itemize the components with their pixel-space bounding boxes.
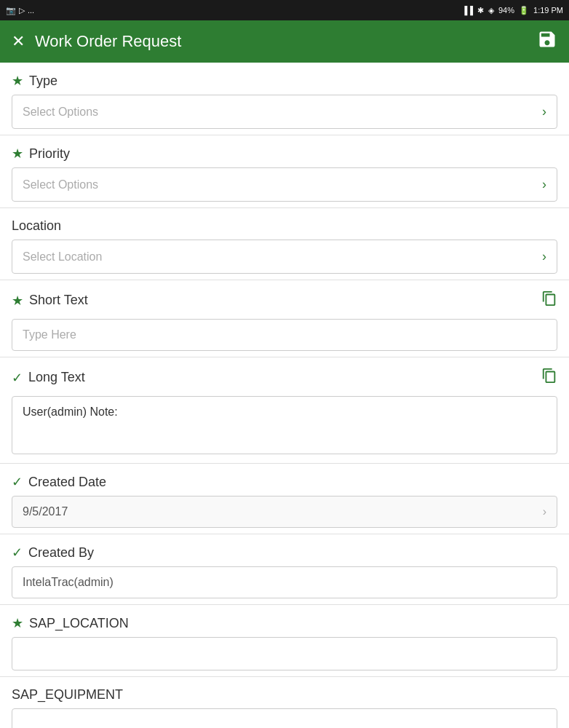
priority-field-group: ★ Priority Select Options › [0, 135, 569, 208]
location-label-row: Location [12, 218, 557, 234]
created-by-check-icon: ✓ [12, 545, 23, 561]
location-field-group: Location Select Location › [0, 208, 569, 280]
status-bar-left: 📷 ▷ ... [6, 6, 34, 15]
status-bar: 📷 ▷ ... ▐▐ ✱ ◈ 94% 🔋 1:19 PM [0, 0, 569, 20]
type-field-group: ★ Type Select Options › [0, 63, 569, 135]
location-chevron-right-icon: › [542, 249, 546, 264]
status-bar-right: ▐▐ ✱ ◈ 94% 🔋 1:19 PM [461, 6, 563, 15]
priority-placeholder: Select Options [23, 178, 98, 191]
bluetooth-icon: ✱ [477, 6, 484, 15]
priority-chevron-right-icon: › [542, 177, 546, 192]
header: ✕ Work Order Request [0, 20, 569, 63]
type-label: Type [29, 74, 57, 89]
long-text-input[interactable]: User(admin) Note: [12, 396, 557, 454]
long-text-copy-icon[interactable] [541, 368, 557, 387]
short-text-input[interactable] [12, 319, 557, 351]
location-placeholder: Select Location [23, 250, 102, 264]
sap-location-required-star: ★ [12, 615, 23, 631]
save-button[interactable] [537, 29, 557, 54]
long-text-label-row: ✓ Long Text [12, 368, 557, 387]
sap-location-label-row: ★ SAP_LOCATION [12, 615, 557, 631]
created-by-value: IntelaTrac(admin) [12, 566, 557, 598]
type-placeholder: Select Options [23, 106, 98, 119]
form-content: ★ Type Select Options › ★ Priority Selec… [0, 63, 569, 728]
sap-equipment-label: SAP_EQUIPMENT [12, 687, 123, 703]
sap-equipment-field-group: SAP_EQUIPMENT [0, 677, 569, 728]
type-required-star: ★ [12, 73, 23, 89]
sap-equipment-input[interactable] [12, 708, 557, 728]
battery-level: 94% [498, 6, 514, 15]
priority-select[interactable]: Select Options › [12, 167, 557, 202]
short-text-label-row: ★ Short Text [12, 290, 557, 310]
priority-label: Priority [29, 146, 70, 162]
short-text-copy-icon[interactable] [541, 290, 557, 310]
long-text-check-icon: ✓ [12, 370, 23, 386]
priority-required-star: ★ [12, 146, 23, 162]
header-left: ✕ Work Order Request [12, 32, 181, 51]
video-icon: ▷ [19, 6, 25, 15]
page-title: Work Order Request [35, 32, 181, 51]
short-text-field-group: ★ Short Text [0, 280, 569, 357]
created-by-label: Created By [28, 545, 94, 561]
long-text-label: Long Text [28, 370, 85, 385]
created-date-label: Created Date [28, 475, 106, 490]
type-chevron-right-icon: › [542, 104, 546, 119]
type-select[interactable]: Select Options › [12, 95, 557, 129]
priority-label-row: ★ Priority [12, 146, 557, 162]
battery-icon: 🔋 [519, 6, 529, 15]
signal-icon: ▐▐ [461, 6, 473, 15]
long-text-field-group: ✓ Long Text User(admin) Note: [0, 357, 569, 464]
short-text-label: Short Text [29, 293, 88, 308]
sap-location-input[interactable] [12, 637, 557, 670]
created-date-field-group: ✓ Created Date 9/5/2017 › [0, 464, 569, 534]
sap-equipment-label-row: SAP_EQUIPMENT [12, 687, 557, 703]
sap-location-label: SAP_LOCATION [29, 616, 129, 631]
location-label: Location [12, 218, 61, 234]
created-by-field-group: ✓ Created By IntelaTrac(admin) [0, 534, 569, 605]
created-date-field[interactable]: 9/5/2017 › [12, 496, 557, 528]
created-date-check-icon: ✓ [12, 474, 23, 490]
created-date-value: 9/5/2017 [23, 505, 68, 518]
created-by-label-row: ✓ Created By [12, 545, 557, 561]
close-button[interactable]: ✕ [12, 32, 25, 51]
sap-location-field-group: ★ SAP_LOCATION [0, 605, 569, 677]
created-date-label-row: ✓ Created Date [12, 474, 557, 490]
type-label-row: ★ Type [12, 73, 557, 89]
short-text-required-star: ★ [12, 293, 23, 309]
time-display: 1:19 PM [533, 6, 563, 15]
camera-icon: 📷 [6, 6, 16, 15]
more-icon: ... [28, 6, 34, 15]
wifi-icon: ◈ [488, 6, 494, 15]
created-date-chevron-icon: › [543, 505, 546, 518]
location-select[interactable]: Select Location › [12, 240, 557, 274]
